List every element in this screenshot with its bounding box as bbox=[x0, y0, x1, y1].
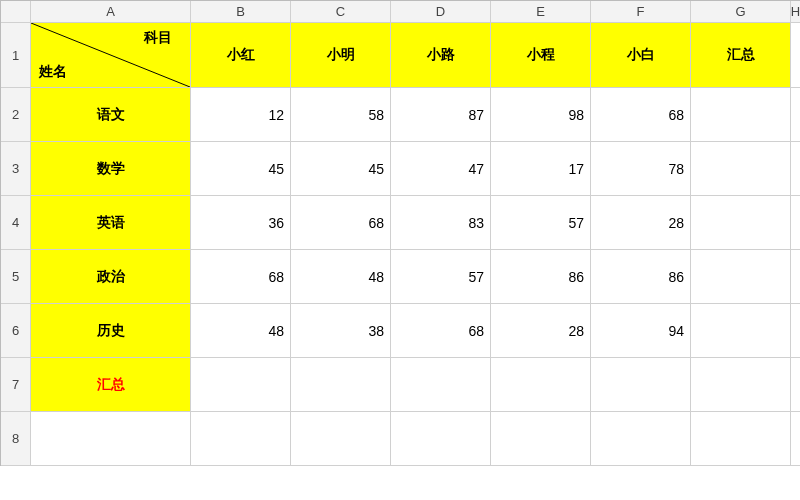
row-label-subject[interactable]: 政治 bbox=[31, 250, 191, 304]
data-cell[interactable]: 86 bbox=[491, 250, 591, 304]
col-header-student[interactable]: 小白 bbox=[591, 23, 691, 88]
data-cell[interactable]: 38 bbox=[291, 304, 391, 358]
col-header-student[interactable]: 小红 bbox=[191, 23, 291, 88]
select-all-corner[interactable] bbox=[1, 1, 31, 23]
data-cell[interactable] bbox=[691, 142, 791, 196]
cell[interactable] bbox=[791, 23, 800, 88]
diagonal-header-cell[interactable]: 科目 姓名 bbox=[31, 23, 191, 88]
col-header-E[interactable]: E bbox=[491, 1, 591, 23]
data-cell[interactable] bbox=[191, 358, 291, 412]
cell[interactable] bbox=[191, 412, 291, 466]
col-header-F[interactable]: F bbox=[591, 1, 691, 23]
data-cell[interactable] bbox=[691, 88, 791, 142]
col-header-H[interactable]: H bbox=[791, 1, 800, 23]
data-cell[interactable]: 68 bbox=[191, 250, 291, 304]
data-cell[interactable]: 68 bbox=[291, 196, 391, 250]
data-cell[interactable] bbox=[391, 358, 491, 412]
data-cell[interactable]: 86 bbox=[591, 250, 691, 304]
data-cell[interactable]: 87 bbox=[391, 88, 491, 142]
diag-top-label: 科目 bbox=[144, 29, 172, 47]
row-header-7[interactable]: 7 bbox=[1, 358, 31, 412]
data-cell[interactable]: 48 bbox=[191, 304, 291, 358]
data-cell[interactable]: 12 bbox=[191, 88, 291, 142]
data-cell[interactable]: 94 bbox=[591, 304, 691, 358]
row-label-subject[interactable]: 数学 bbox=[31, 142, 191, 196]
cell[interactable] bbox=[791, 196, 800, 250]
data-cell[interactable]: 45 bbox=[291, 142, 391, 196]
row-label-total[interactable]: 汇总 bbox=[31, 358, 191, 412]
col-header-A[interactable]: A bbox=[31, 1, 191, 23]
row-header-6[interactable]: 6 bbox=[1, 304, 31, 358]
spreadsheet: A B C D E F G H 1 科目 姓名 小红 小明 小路 小程 小白 汇… bbox=[0, 0, 800, 466]
row-header-5[interactable]: 5 bbox=[1, 250, 31, 304]
data-cell[interactable] bbox=[691, 250, 791, 304]
data-cell[interactable] bbox=[691, 304, 791, 358]
cell[interactable] bbox=[691, 412, 791, 466]
data-cell[interactable]: 28 bbox=[591, 196, 691, 250]
row-header-1[interactable]: 1 bbox=[1, 23, 31, 88]
row-label-subject[interactable]: 语文 bbox=[31, 88, 191, 142]
data-cell[interactable]: 57 bbox=[491, 196, 591, 250]
cell[interactable] bbox=[291, 412, 391, 466]
data-cell[interactable] bbox=[691, 196, 791, 250]
col-header-G[interactable]: G bbox=[691, 1, 791, 23]
row-label-subject[interactable]: 英语 bbox=[31, 196, 191, 250]
data-cell[interactable]: 28 bbox=[491, 304, 591, 358]
data-cell[interactable]: 36 bbox=[191, 196, 291, 250]
row-label-subject[interactable]: 历史 bbox=[31, 304, 191, 358]
col-header-total[interactable]: 汇总 bbox=[691, 23, 791, 88]
cell[interactable] bbox=[791, 250, 800, 304]
data-cell[interactable]: 68 bbox=[591, 88, 691, 142]
data-cell[interactable]: 48 bbox=[291, 250, 391, 304]
row-header-8[interactable]: 8 bbox=[1, 412, 31, 466]
col-header-C[interactable]: C bbox=[291, 1, 391, 23]
cell[interactable] bbox=[791, 142, 800, 196]
col-header-B[interactable]: B bbox=[191, 1, 291, 23]
cell[interactable] bbox=[791, 88, 800, 142]
cell[interactable] bbox=[791, 358, 800, 412]
data-cell[interactable]: 68 bbox=[391, 304, 491, 358]
data-cell[interactable]: 17 bbox=[491, 142, 591, 196]
row-header-4[interactable]: 4 bbox=[1, 196, 31, 250]
cell[interactable] bbox=[31, 412, 191, 466]
data-cell[interactable]: 45 bbox=[191, 142, 291, 196]
data-cell[interactable]: 58 bbox=[291, 88, 391, 142]
cell[interactable] bbox=[791, 412, 800, 466]
cell[interactable] bbox=[391, 412, 491, 466]
cell[interactable] bbox=[491, 412, 591, 466]
data-cell[interactable]: 98 bbox=[491, 88, 591, 142]
cell[interactable] bbox=[591, 412, 691, 466]
row-header-3[interactable]: 3 bbox=[1, 142, 31, 196]
data-cell[interactable]: 83 bbox=[391, 196, 491, 250]
data-cell[interactable]: 47 bbox=[391, 142, 491, 196]
data-cell[interactable] bbox=[491, 358, 591, 412]
data-cell[interactable]: 78 bbox=[591, 142, 691, 196]
data-cell[interactable] bbox=[291, 358, 391, 412]
data-cell[interactable] bbox=[691, 358, 791, 412]
col-header-student[interactable]: 小路 bbox=[391, 23, 491, 88]
col-header-D[interactable]: D bbox=[391, 1, 491, 23]
col-header-student[interactable]: 小明 bbox=[291, 23, 391, 88]
data-cell[interactable] bbox=[591, 358, 691, 412]
row-header-2[interactable]: 2 bbox=[1, 88, 31, 142]
col-header-student[interactable]: 小程 bbox=[491, 23, 591, 88]
cell[interactable] bbox=[791, 304, 800, 358]
data-cell[interactable]: 57 bbox=[391, 250, 491, 304]
diag-bottom-label: 姓名 bbox=[39, 63, 67, 81]
